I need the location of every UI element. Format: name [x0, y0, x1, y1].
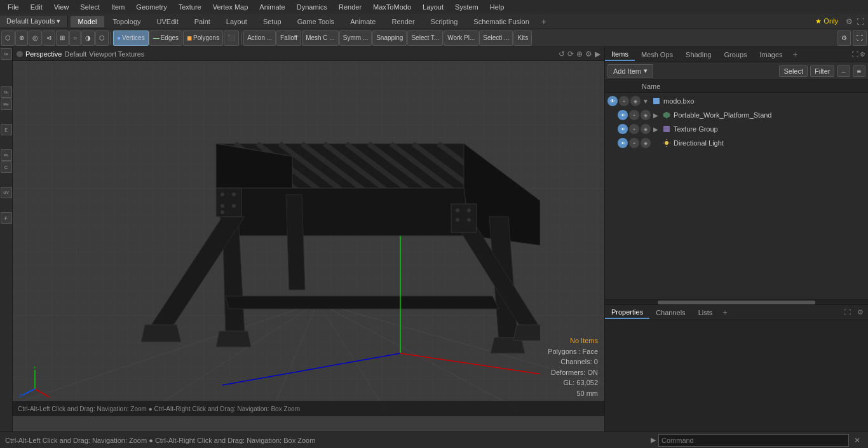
prop-tab-add[interactable]: +: [719, 306, 731, 319]
menu-help[interactable]: Help: [485, 2, 510, 12]
layout-tab-uvedit[interactable]: UVEdit: [149, 16, 186, 27]
viewport-default-label[interactable]: Default: [64, 50, 86, 58]
left-tool-du[interactable]: Du: [1, 86, 12, 98]
prop-tab-channels[interactable]: Channels: [649, 307, 691, 318]
command-input[interactable]: [658, 434, 849, 447]
vp-ctrl-play[interactable]: ▶: [595, 50, 600, 58]
tool-arrow[interactable]: ⊲: [43, 31, 55, 46]
tab-mesh-ops[interactable]: Mesh Ops: [635, 49, 679, 60]
items-panel-expand[interactable]: ⛶: [852, 51, 858, 58]
viewport[interactable]: Perspective Default Viewport Textures ↺ …: [13, 47, 604, 431]
menu-maxtomodo[interactable]: MaxToModo: [368, 2, 416, 12]
tree-eye-portable[interactable]: 👁: [618, 110, 628, 120]
vp-ctrl-settings[interactable]: ⚙: [585, 50, 592, 58]
tab-images[interactable]: Images: [754, 49, 789, 60]
tree-eye-light[interactable]: 👁: [618, 138, 628, 148]
viewport-dot[interactable]: [17, 51, 23, 57]
menu-vertex-map[interactable]: Vertex Map: [208, 2, 254, 12]
tool-lasso[interactable]: ◑: [81, 31, 95, 46]
tree-item-portable-stand[interactable]: 👁 + ◈ ▶ Portable_Work_Platform_Stand: [605, 108, 868, 122]
tool-circle[interactable]: ◎: [29, 31, 42, 46]
menu-texture[interactable]: Texture: [173, 2, 207, 12]
left-tool-uv[interactable]: UV: [1, 187, 12, 198]
prop-expand-icon[interactable]: ⛶: [842, 308, 853, 316]
tool-symm[interactable]: Symm ...: [339, 31, 372, 46]
layout-tab-layout[interactable]: Layout: [219, 16, 255, 27]
layout-tab-gametools[interactable]: Game Tools: [290, 16, 342, 27]
tree-eye2-texture[interactable]: +: [629, 124, 639, 134]
tool-kits[interactable]: Kits: [513, 31, 532, 46]
layout-settings-icon[interactable]: ⚙: [846, 17, 853, 26]
layout-tab-paint[interactable]: Paint: [187, 16, 218, 27]
add-item-button[interactable]: Add Item ▾: [607, 64, 653, 78]
tree-eye3-light[interactable]: ◈: [641, 138, 651, 148]
items-settings-btn[interactable]: ≡: [853, 65, 865, 77]
layout-tab-model[interactable]: Model: [71, 16, 105, 27]
tree-expand-texture[interactable]: ▶: [652, 126, 660, 133]
vp-ctrl-reset[interactable]: ⟳: [567, 50, 574, 58]
menu-file[interactable]: File: [3, 2, 24, 12]
menu-system[interactable]: System: [450, 2, 484, 12]
tool-selecti[interactable]: Selecti ...: [479, 31, 513, 46]
menu-render[interactable]: Render: [334, 2, 367, 12]
layout-tab-animate[interactable]: Animate: [342, 16, 383, 27]
tool-vertices[interactable]: ● Vertices: [113, 31, 149, 46]
items-scrollbar[interactable]: [605, 299, 868, 304]
menu-dynamics[interactable]: Dynamics: [292, 2, 332, 12]
tree-item-directional-light[interactable]: 👁 + ◈ Directional Light: [605, 136, 868, 150]
left-tool-po[interactable]: Po: [1, 149, 12, 161]
command-arrow[interactable]: ▶: [651, 436, 656, 444]
menu-edit[interactable]: Edit: [25, 2, 48, 12]
items-tab-add[interactable]: +: [789, 48, 802, 61]
tree-expand-portable[interactable]: ▶: [652, 112, 660, 119]
tool-fullscreen[interactable]: ⛶: [853, 31, 867, 46]
items-panel-settings[interactable]: ⚙: [860, 51, 865, 58]
tree-eye3-portable[interactable]: ◈: [641, 110, 651, 120]
tab-items[interactable]: Items: [605, 48, 635, 61]
left-tool-f[interactable]: F: [1, 212, 12, 224]
tree-eye2-light[interactable]: +: [629, 138, 639, 148]
menu-view[interactable]: View: [49, 2, 74, 12]
tab-groups[interactable]: Groups: [717, 49, 753, 60]
layout-fullscreen-icon[interactable]: ⛶: [857, 17, 864, 26]
items-scroll-thumb[interactable]: [658, 301, 815, 304]
scene-area[interactable]: No Items Polygons : Face Channels: 0 Def…: [13, 61, 604, 416]
tool-select-t[interactable]: Select T...: [407, 31, 443, 46]
prop-tab-lists[interactable]: Lists: [692, 307, 719, 318]
tool-snapping[interactable]: Snapping: [372, 31, 407, 46]
items-select-btn[interactable]: Select: [779, 65, 808, 77]
tool-box[interactable]: ⊞: [56, 31, 69, 46]
tree-expand-modo-bxo[interactable]: ▼: [642, 98, 649, 105]
left-tool-c[interactable]: C: [1, 161, 12, 173]
tree-item-texture-group[interactable]: 👁 + ◈ ▶ Texture Group: [605, 122, 868, 136]
menu-geometry[interactable]: Geometry: [131, 2, 172, 12]
tree-item-modo-bxo[interactable]: 👁 + ◈ ▼ modo.bxo: [605, 94, 868, 108]
tree-eye2-portable[interactable]: +: [629, 110, 639, 120]
tool-action[interactable]: Action ...: [243, 31, 276, 46]
tree-eye2-modo-bxo[interactable]: +: [619, 96, 629, 106]
left-tool-de[interactable]: De: [1, 48, 12, 60]
layout-tab-scripting[interactable]: Scripting: [423, 16, 466, 27]
tool-edges[interactable]: — Edges: [149, 31, 182, 46]
menu-select[interactable]: Select: [75, 2, 105, 12]
left-tool-e[interactable]: E: [1, 124, 12, 135]
tab-shading[interactable]: Shading: [679, 49, 717, 60]
tree-eye-modo-bxo[interactable]: 👁: [607, 96, 618, 106]
default-layouts-dropdown[interactable]: Default Layouts ▾: [0, 16, 68, 27]
layout-tab-topology[interactable]: Topology: [105, 16, 148, 27]
tool-mesh-c[interactable]: Mesh C ...: [302, 31, 339, 46]
tool-work-pl[interactable]: Work Pl...: [444, 31, 478, 46]
menu-layout[interactable]: Layout: [417, 2, 449, 12]
vp-ctrl-rotate[interactable]: ↺: [559, 50, 565, 58]
tool-global-settings[interactable]: ⚙: [837, 31, 851, 46]
tool-poly[interactable]: ⬡: [95, 31, 109, 46]
tool-mesh-comp[interactable]: ⬛: [224, 31, 239, 46]
viewport-textures-label[interactable]: Viewport Textures: [89, 50, 144, 58]
tree-eye3-texture[interactable]: ◈: [641, 124, 651, 134]
tool-grid[interactable]: ⊕: [15, 31, 28, 46]
menu-item[interactable]: Item: [106, 2, 130, 12]
tool-oval[interactable]: ○: [69, 31, 81, 46]
tree-eye-texture[interactable]: 👁: [618, 124, 628, 134]
prop-settings-icon[interactable]: ⚙: [855, 308, 865, 316]
menu-animate[interactable]: Animate: [254, 2, 290, 12]
